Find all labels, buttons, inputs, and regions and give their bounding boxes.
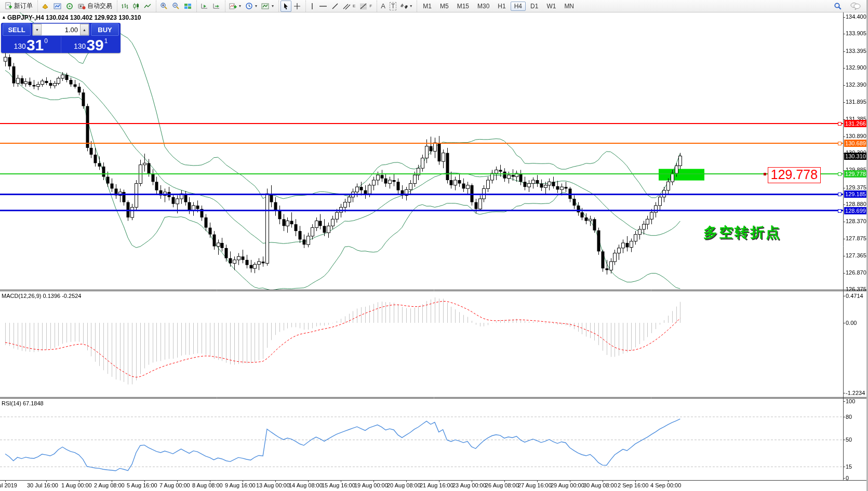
time-axis-label: 23 Aug 00:00 xyxy=(452,482,486,488)
cursor-icon xyxy=(283,3,289,10)
chart-shift-button[interactable] xyxy=(210,1,222,12)
label-tool-button[interactable]: T xyxy=(388,1,398,12)
buy-price[interactable]: 130 39 1 xyxy=(61,36,121,53)
time-axis-label: 20 Aug 08:00 xyxy=(387,482,421,488)
timeframe-m30[interactable]: M30 xyxy=(474,2,493,11)
channel-button[interactable]: E xyxy=(341,1,357,12)
chart-type-group xyxy=(117,1,155,12)
chart-area: ▲ GBPJPY-,H4 130.024 130.402 129.923 130… xyxy=(0,0,868,491)
auto-scroll-button[interactable] xyxy=(198,1,210,12)
line-chart-icon xyxy=(144,3,151,10)
horizontal-line-icon xyxy=(319,3,327,10)
zoom-in-button[interactable] xyxy=(158,1,170,12)
timeframe-d1[interactable]: D1 xyxy=(527,2,542,11)
hline-131.266[interactable] xyxy=(0,123,843,124)
cursor-button[interactable] xyxy=(281,1,291,12)
hline-129.185[interactable] xyxy=(0,194,843,195)
hline-129.778[interactable] xyxy=(0,173,843,174)
auto-trading-button[interactable]: 自动交易 xyxy=(76,1,114,12)
chat-button[interactable] xyxy=(848,1,863,12)
price-tick-label: 134.400 xyxy=(846,13,866,20)
arrows-tool-icon xyxy=(400,3,408,10)
price-tick-label: 128.880 xyxy=(846,201,866,207)
timeframe-m5[interactable]: M5 xyxy=(436,2,452,11)
price-tag-131.266: 131.266 xyxy=(844,120,867,127)
crosshair-button[interactable] xyxy=(291,1,303,12)
hline-anchor-129.778[interactable] xyxy=(838,172,842,176)
templates-button[interactable]: ▾ xyxy=(259,1,276,12)
time-axis-label: 2 Aug 08:00 xyxy=(94,482,125,488)
volume-value[interactable]: 1.00 xyxy=(42,26,80,34)
timeframe-m15[interactable]: M15 xyxy=(453,2,473,11)
price-tick-label: 126.375 xyxy=(846,286,866,292)
timeframe-h1[interactable]: H1 xyxy=(494,2,509,11)
arrows-tool-button[interactable]: ▾ xyxy=(398,1,414,12)
turning-point-annotation[interactable]: 多空转折点 xyxy=(703,223,781,242)
crosshair-icon xyxy=(293,3,301,10)
fibo-sub-label: F xyxy=(369,4,372,8)
channel-sub-label: E xyxy=(353,4,355,8)
price-tick-label: 132.900 xyxy=(846,64,866,71)
hline-anchor-131.266[interactable] xyxy=(838,122,842,126)
text-tool-button[interactable]: A xyxy=(379,1,388,12)
bar-chart-button[interactable] xyxy=(119,1,130,12)
signals-icon xyxy=(66,3,74,10)
vertical-line-button[interactable] xyxy=(308,1,317,12)
auto-trading-icon xyxy=(78,3,86,10)
services-group: 自动交易 xyxy=(37,1,116,12)
buy-price-point: 1 xyxy=(104,37,108,52)
callout-anchor-marker[interactable] xyxy=(764,173,766,175)
oneclick-collapse-icon[interactable]: ▲ xyxy=(2,15,6,20)
rsi-tick-label: 100 xyxy=(846,398,855,404)
horizontal-line-button[interactable] xyxy=(317,1,329,12)
price-callout-label[interactable]: 129.778 xyxy=(768,167,821,183)
sell-button[interactable]: SELL xyxy=(3,23,31,36)
timeframe-h4[interactable]: H4 xyxy=(511,2,526,11)
indicators-button[interactable]: ▾ xyxy=(227,1,243,12)
buy-button[interactable]: BUY xyxy=(91,23,119,36)
time-axis-label: 30 Aug 08:00 xyxy=(583,482,617,488)
chart-shift-icon xyxy=(212,3,220,10)
hline-anchor-128.699[interactable] xyxy=(838,209,842,213)
time-axis-label: 26 Aug 08:00 xyxy=(485,482,519,488)
price-tick-label: 131.895 xyxy=(846,99,866,105)
main-toolbar: 新订单 自动交易 ▾ ▾ ▾ xyxy=(0,0,868,12)
arrows-caret: ▾ xyxy=(410,4,412,8)
sell-price[interactable]: 130 31 0 xyxy=(1,36,61,53)
time-axis-label: 7 Aug 00:00 xyxy=(159,482,190,488)
periods-button[interactable]: ▾ xyxy=(243,1,259,12)
objects-group: E F xyxy=(305,1,376,12)
sell-price-big-figure: 130 xyxy=(14,42,26,52)
hline-128.699[interactable] xyxy=(0,210,843,211)
trendline-button[interactable] xyxy=(329,1,341,12)
line-chart-button[interactable] xyxy=(142,1,153,12)
timeframe-m1[interactable]: M1 xyxy=(419,2,435,11)
indicators-caret: ▾ xyxy=(239,4,241,8)
price-tag-128.699: 128.699 xyxy=(844,207,867,214)
market-button[interactable] xyxy=(39,1,51,12)
tile-windows-button[interactable] xyxy=(182,1,194,12)
hline-130.689[interactable] xyxy=(0,143,843,144)
order-group: 新订单 xyxy=(1,1,36,12)
charts-window-button[interactable] xyxy=(51,1,64,12)
new-order-button[interactable]: 新订单 xyxy=(3,1,35,12)
volume-increase-button[interactable]: ▲ xyxy=(80,24,89,35)
time-axis-label: 15 Aug 16:00 xyxy=(322,482,355,488)
timeframe-w1[interactable]: W1 xyxy=(543,2,559,11)
toolbar-right xyxy=(832,1,868,12)
price-tick-label: 129.375 xyxy=(846,184,866,190)
search-button[interactable] xyxy=(832,1,844,12)
candlestick-button[interactable] xyxy=(130,1,142,12)
new-order-label: 新订单 xyxy=(14,2,33,10)
scroll-group xyxy=(196,1,224,12)
hline-anchor-129.185[interactable] xyxy=(838,193,842,196)
timeframe-mn[interactable]: MN xyxy=(560,2,578,11)
indicators-icon xyxy=(229,3,237,10)
hline-anchor-130.689[interactable] xyxy=(838,142,842,145)
label-tool-icon: T xyxy=(390,2,396,10)
volume-decrease-button[interactable]: ▼ xyxy=(33,24,42,35)
fibonacci-button[interactable]: F xyxy=(357,1,374,12)
signals-button[interactable] xyxy=(64,1,76,12)
buy-price-pips: 39 xyxy=(86,38,104,52)
zoom-out-button[interactable] xyxy=(170,1,182,12)
